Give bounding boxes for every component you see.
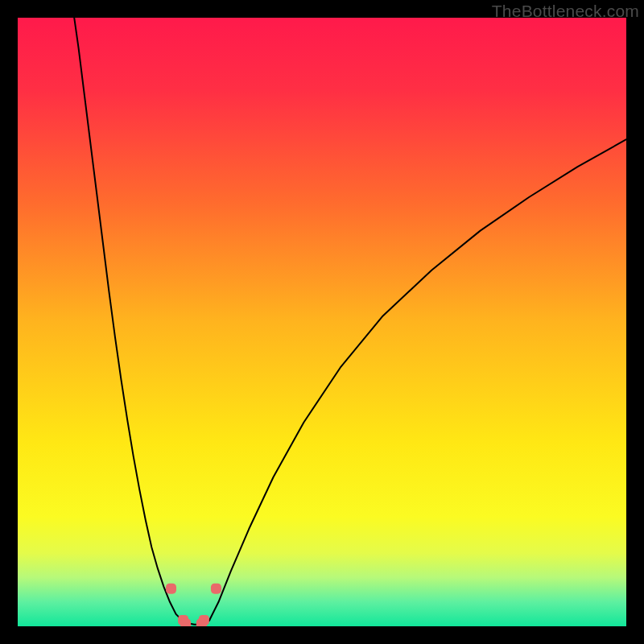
watermark-text: TheBottleneck.com xyxy=(492,2,639,21)
marker-point xyxy=(196,618,207,626)
chart-svg xyxy=(18,18,626,626)
marker-point xyxy=(166,584,176,594)
marker-point xyxy=(180,618,191,626)
gradient-background xyxy=(18,18,626,626)
marker-point xyxy=(211,584,221,594)
chart-frame xyxy=(18,18,626,626)
